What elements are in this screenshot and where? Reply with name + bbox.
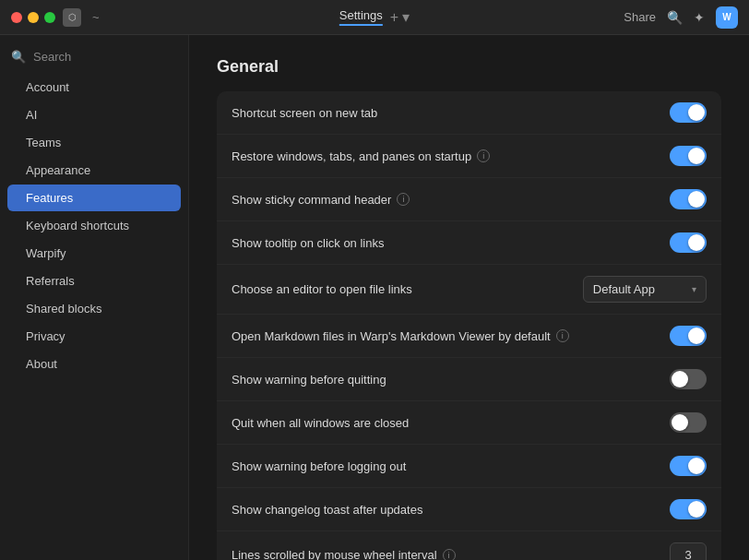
search-button[interactable]: 🔍: [667, 10, 683, 25]
toggle-switch[interactable]: [670, 232, 707, 253]
info-icon[interactable]: i: [397, 193, 410, 206]
toggle-switch[interactable]: [670, 189, 707, 209]
titlebar-left: ⬡ ~: [11, 8, 100, 27]
sidebar-item-referrals[interactable]: Referrals: [7, 268, 181, 294]
path-label: ~: [92, 10, 100, 24]
setting-row-editor-links: Choose an editor to open file linksDefau…: [217, 265, 721, 315]
info-icon[interactable]: i: [477, 149, 490, 162]
ai-button[interactable]: ✦: [694, 10, 705, 25]
titlebar-right: Share 🔍 ✦ W: [624, 6, 738, 29]
toggle-switch[interactable]: [670, 369, 707, 389]
traffic-lights: [11, 12, 55, 23]
sidebar-item-privacy[interactable]: Privacy: [7, 323, 181, 350]
setting-label: Restore windows, tabs, and panes on star…: [232, 149, 670, 163]
content-area: General Shortcut screen on new tabRestor…: [189, 35, 749, 560]
sidebar-item-account[interactable]: Account: [7, 74, 181, 101]
share-button[interactable]: Share: [624, 10, 656, 24]
sidebar-item-ai[interactable]: AI: [7, 101, 181, 128]
sidebar-item-appearance[interactable]: Appearance: [7, 157, 181, 184]
number-input[interactable]: [670, 542, 707, 560]
editor-dropdown[interactable]: Default App▾: [583, 276, 707, 303]
warp-icon: W: [716, 6, 738, 29]
titlebar-center: Settings + ▾: [339, 8, 410, 26]
setting-row-changelog-toast: Show changelog toast after updates: [217, 488, 721, 531]
setting-label: Show sticky command headeri: [232, 193, 670, 207]
search-icon: 🔍: [11, 50, 26, 64]
sidebar-item-about[interactable]: About: [7, 351, 181, 377]
setting-row-warning-logout: Show warning before logging out: [217, 445, 721, 488]
close-button[interactable]: [11, 12, 22, 23]
setting-label: Show tooltip on click on links: [232, 236, 670, 250]
minimize-button[interactable]: [28, 12, 39, 23]
toggle-switch[interactable]: [670, 102, 707, 123]
general-settings-group: Shortcut screen on new tabRestore window…: [217, 91, 721, 560]
setting-row-warning-quit: Show warning before quitting: [217, 358, 721, 401]
sidebar-item-shared-blocks[interactable]: Shared blocks: [7, 295, 181, 322]
toggle-switch[interactable]: [670, 412, 707, 433]
search-container: 🔍: [0, 44, 188, 73]
sidebar-item-teams[interactable]: Teams: [7, 129, 181, 156]
setting-label: Shortcut screen on new tab: [232, 106, 670, 120]
setting-label: Open Markdown files in Warp's Markdown V…: [232, 329, 670, 343]
setting-label: Show changelog toast after updates: [232, 503, 670, 517]
general-section-title: General: [217, 57, 721, 77]
window-title: Settings: [339, 8, 383, 26]
maximize-button[interactable]: [44, 12, 55, 23]
toggle-switch[interactable]: [670, 456, 707, 476]
chevron-down-icon: ▾: [692, 284, 696, 294]
sidebar: 🔍 AccountAITeamsAppearanceFeaturesKeyboa…: [0, 35, 189, 560]
setting-row-shortcut-screen: Shortcut screen on new tab: [217, 91, 721, 135]
toggle-switch[interactable]: [670, 499, 707, 519]
setting-row-quit-windows: Quit when all windows are closed: [217, 401, 721, 445]
sidebar-nav: AccountAITeamsAppearanceFeaturesKeyboard…: [0, 74, 188, 377]
toggle-switch[interactable]: [670, 326, 707, 346]
setting-row-markdown-viewer: Open Markdown files in Warp's Markdown V…: [217, 315, 721, 358]
setting-label: Show warning before logging out: [232, 459, 670, 473]
titlebar: ⬡ ~ Settings + ▾ Share 🔍 ✦ W: [0, 0, 749, 35]
main-content: 🔍 AccountAITeamsAppearanceFeaturesKeyboa…: [0, 35, 749, 560]
sidebar-item-warpify[interactable]: Warpify: [7, 240, 181, 267]
new-tab-button[interactable]: + ▾: [390, 8, 410, 26]
setting-label: Choose an editor to open file links: [232, 282, 583, 296]
setting-row-tooltip-links: Show tooltip on click on links: [217, 221, 721, 265]
setting-label: Lines scrolled by mouse wheel intervali: [232, 548, 670, 560]
setting-row-sticky-header: Show sticky command headeri: [217, 178, 721, 221]
toggle-switch[interactable]: [670, 146, 707, 166]
setting-label: Quit when all windows are closed: [232, 416, 670, 430]
setting-row-mouse-wheel: Lines scrolled by mouse wheel intervali: [217, 531, 721, 560]
search-input[interactable]: [33, 50, 177, 64]
sidebar-item-features[interactable]: Features: [7, 185, 181, 211]
setting-row-restore-windows: Restore windows, tabs, and panes on star…: [217, 135, 721, 178]
info-icon[interactable]: i: [556, 329, 569, 342]
app-icon: ⬡: [63, 8, 81, 27]
setting-label: Show warning before quitting: [232, 373, 670, 387]
sidebar-item-keyboard-shortcuts[interactable]: Keyboard shortcuts: [7, 212, 181, 239]
info-icon[interactable]: i: [443, 549, 456, 561]
